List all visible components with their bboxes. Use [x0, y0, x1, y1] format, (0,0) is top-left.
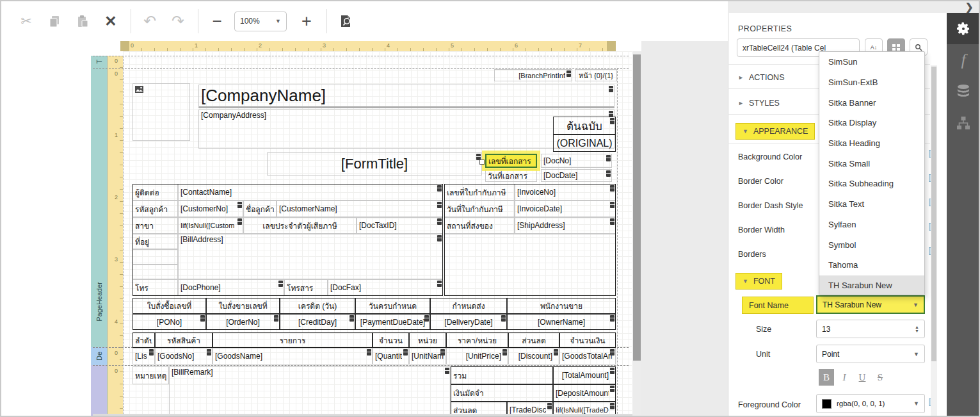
invoice-no-cell[interactable]: [InvoiceNo]	[515, 184, 616, 200]
invoice-date-label-cell[interactable]: วันที่ใบกำกับภาษี	[444, 200, 515, 217]
owner-header-cell[interactable]: พนักงานขาย	[507, 298, 616, 314]
address-sub-cell-1[interactable]	[133, 249, 178, 265]
bill-address-cell[interactable]: [BillAddress]	[178, 234, 443, 279]
spinner-arrows-icon[interactable]: ▲▼	[915, 325, 919, 333]
doc-date-label-cell[interactable]: วันที่เอกสาร	[485, 169, 537, 182]
sidebar-item-expressions[interactable]: f	[947, 44, 980, 76]
bill-remark-cell[interactable]: [BillRemark]	[169, 366, 451, 414]
sidebar-item-report-explorer[interactable]	[947, 107, 980, 138]
font-dropdown-item[interactable]: Sitka Small	[819, 153, 924, 174]
deposit-label-cell[interactable]: เงินมัดจำ	[451, 384, 553, 402]
scrollbar-thumb[interactable]	[931, 67, 936, 361]
list-no-cell[interactable]: [Lis	[133, 348, 155, 364]
design-horizontal-scrollbar[interactable]	[93, 414, 632, 417]
unit-name-cell[interactable]: [UnitName]	[409, 348, 446, 364]
doc-no-cell[interactable]: [DocNo]	[541, 154, 612, 168]
discount-cell[interactable]: [Discount]	[508, 348, 559, 364]
total-label-cell[interactable]: รวม	[451, 366, 553, 384]
branch-cond-cell[interactable]: Iif(IsNull([Custom	[178, 217, 243, 234]
font-dropdown-item[interactable]: SimSun-ExtB	[819, 72, 924, 93]
description-header-cell[interactable]: รายการ	[213, 332, 373, 348]
original-label-cell[interactable]: ต้นฉบับ	[553, 117, 616, 135]
payment-due-cell[interactable]: [PaymentDueDate]	[355, 314, 430, 330]
phone-label-cell[interactable]: โทร	[133, 279, 178, 296]
unit-select[interactable]: Point ▼	[816, 345, 925, 363]
font-dropdown-item[interactable]: SimSun	[819, 52, 924, 72]
font-dropdown-item[interactable]: TH Sarabun New	[819, 275, 924, 295]
foreground-color-select[interactable]: rgba(0, 0, 0, 1) ▼	[816, 394, 925, 413]
taxid-label-cell[interactable]: เลขประจำตัวผู้เสียภาษี	[243, 217, 357, 234]
sidebar-item-properties[interactable]	[947, 13, 980, 44]
unit-header-cell[interactable]: หน่วย	[409, 332, 446, 348]
amount-header-cell[interactable]: จำนวนเงิน	[559, 332, 616, 348]
fax-label-cell[interactable]: โทรสาร	[284, 279, 328, 296]
deposit-amount-cell[interactable]: [DepositAmount]	[553, 384, 616, 402]
company-address-cell[interactable]: [CompanyAddress]	[198, 110, 615, 149]
delivery-header-cell[interactable]: กำหนดส่ง	[430, 298, 507, 314]
total-amount-cell[interactable]: [TotalAmount]	[553, 366, 616, 384]
sidebar-item-field-list[interactable]	[947, 76, 980, 107]
order-no-header-cell[interactable]: ใบสั่งขายเลขที่	[206, 298, 280, 314]
original-en-cell[interactable]: (ORIGINAL)	[553, 135, 616, 152]
owner-name-cell[interactable]: [OwnerName]	[507, 314, 616, 330]
customer-name-cell[interactable]: [CustomerName]	[277, 200, 443, 217]
po-no-cell[interactable]: [PONo]	[133, 314, 206, 330]
page-number-cell[interactable]: หน้า {0}/{1}	[575, 69, 617, 81]
collapse-panel-chevron-icon[interactable]: ❯	[965, 1, 974, 13]
goods-total-cell[interactable]: [GoodsTotalAmou	[559, 348, 616, 364]
customer-no-cell[interactable]: [CustomerNo]	[178, 200, 243, 217]
phone-cell[interactable]: [DocPhone]	[178, 279, 284, 296]
order-no-cell[interactable]: [OrderNo]	[206, 314, 280, 330]
fax-cell[interactable]: [DocFax]	[328, 279, 443, 296]
branch-print-info-cell[interactable]: [BranchPrintInf	[494, 69, 572, 81]
customer-name-label-cell[interactable]: ชื่อลูกค้า	[243, 200, 277, 217]
font-dropdown-item[interactable]: Sylfaen	[819, 215, 924, 235]
form-title-cell[interactable]: [FormTitle]	[267, 152, 482, 176]
invoice-date-cell[interactable]: [InvoiceDate]	[515, 200, 616, 217]
address-sub-cell-2[interactable]	[133, 265, 178, 279]
scrollbar-thumb[interactable]	[633, 54, 641, 361]
discount-header-cell[interactable]: ส่วนลด	[508, 332, 559, 348]
underline-button[interactable]: U	[855, 369, 870, 386]
quantity-cell[interactable]: [Quantity]	[373, 348, 409, 364]
goods-no-header-cell[interactable]: รหัสสินค้า	[155, 332, 213, 348]
po-no-header-cell[interactable]: ใบสั่งซื้อเลขที่	[133, 298, 206, 314]
credit-day-cell[interactable]: [CreditDay]	[280, 314, 355, 330]
contact-name-cell[interactable]: [ContactName]	[178, 184, 443, 200]
quantity-header-cell[interactable]: จำนวน	[373, 332, 409, 348]
due-date-header-cell[interactable]: วันครบกำหนด	[355, 298, 430, 314]
unit-price-header-cell[interactable]: ราคา/หน่วย	[446, 332, 508, 348]
section-appearance[interactable]: ▼ APPEARANCE	[735, 123, 815, 140]
italic-button[interactable]: I	[837, 369, 852, 386]
unit-price-cell[interactable]: [UnitPrice]	[446, 348, 508, 364]
contact-label-cell[interactable]: ผู้ติดต่อ	[133, 184, 178, 200]
section-font[interactable]: ▼ FONT	[735, 273, 782, 290]
section-styles[interactable]: ► STYLES	[738, 99, 780, 108]
section-actions[interactable]: ► ACTIONS	[738, 73, 784, 82]
font-name-select[interactable]: TH Sarabun New ▼	[816, 295, 925, 314]
strikeout-button[interactable]: S	[872, 369, 888, 386]
font-dropdown-item[interactable]: Sitka Banner	[819, 92, 924, 113]
font-dropdown-item[interactable]: Symbol	[819, 234, 924, 255]
ship-empty-cell[interactable]	[444, 234, 616, 296]
bold-button[interactable]: B	[819, 369, 834, 386]
goods-name-cell[interactable]: [GoodsName]	[213, 348, 373, 364]
font-dropdown-item[interactable]: Sitka Text	[819, 194, 924, 215]
doc-date-cell[interactable]: [DocDate]	[541, 169, 612, 182]
company-name-cell[interactable]: [CompanyName]	[198, 85, 615, 108]
taxid-cell[interactable]: [DocTaxID]	[357, 217, 443, 234]
goods-no-cell[interactable]: [GoodsNo]	[155, 348, 213, 364]
logo-picture-box[interactable]	[133, 83, 190, 141]
doc-no-label-cell[interactable]: เลขที่เอกสาร	[485, 154, 537, 168]
font-dropdown-item[interactable]: Tahoma	[819, 255, 924, 275]
properties-scrollbar[interactable]	[931, 65, 937, 417]
font-dropdown-item[interactable]: Sitka Display	[819, 113, 924, 133]
ship-address-cell[interactable]: [ShipAddress]	[515, 217, 616, 234]
customer-no-label-cell[interactable]: รหัสลูกค้า	[133, 200, 178, 217]
remark-label-cell[interactable]: หมายเหตุ	[133, 366, 169, 384]
ship-address-label-cell[interactable]: สถานที่ส่งของ	[444, 217, 515, 234]
address-label-cell[interactable]: ที่อยู่	[133, 234, 178, 249]
delivery-date-cell[interactable]: [DeliveryDate]	[430, 314, 507, 330]
design-vertical-scrollbar[interactable]	[632, 51, 641, 417]
font-dropdown-item[interactable]: Sitka Heading	[819, 133, 924, 154]
